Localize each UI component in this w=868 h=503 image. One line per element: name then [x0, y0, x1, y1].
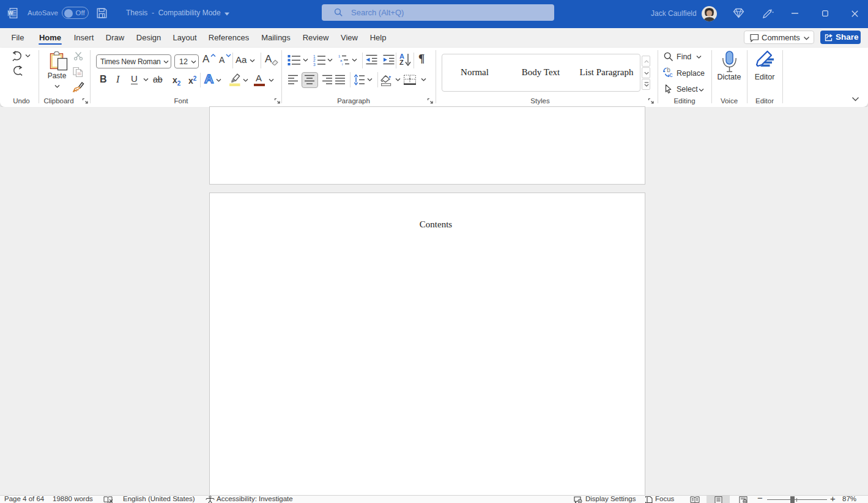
svg-text:a: a: [340, 59, 343, 62]
svg-text:1: 1: [338, 54, 341, 58]
svg-text:3: 3: [313, 62, 316, 67]
svg-text:c: c: [670, 72, 673, 78]
svg-text:i: i: [342, 62, 343, 66]
